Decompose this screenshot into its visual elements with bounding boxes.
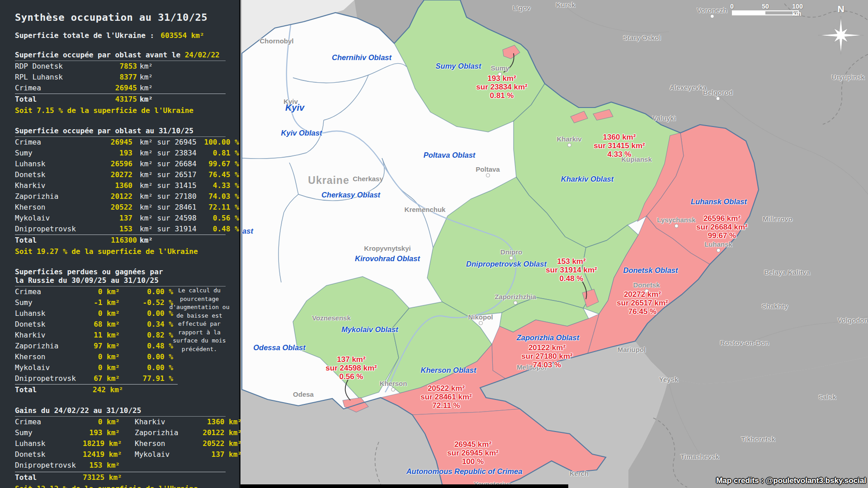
oblast-name: Kherson [15, 202, 91, 213]
oblast-name: Luhansk [15, 159, 91, 169]
gain-value: 137 km² [198, 449, 242, 460]
oblast-name: Kharkiv [135, 417, 198, 427]
total-of: km² sur31914 [132, 224, 197, 235]
occupied-percent: 0.81 % [197, 148, 239, 159]
area-unit: km² [137, 61, 226, 72]
table-row: Dnipropetrovsk 153 km² [15, 460, 135, 471]
delta-value: 97 km² [93, 341, 120, 352]
share-note: Soit 19.27 % de la superficie de l'Ukrai… [15, 246, 226, 257]
oblast-name: Kharkiv [15, 180, 91, 191]
oblast-name: Zaporizhia [15, 341, 93, 352]
total-of: km² sur26945 [132, 137, 197, 148]
occupied-value: 193 [91, 148, 132, 159]
oblast-name: Zaporizhia [15, 191, 91, 202]
delta-value: 11 km² [93, 330, 120, 341]
gain-value: 153 km² [83, 460, 120, 471]
percentage-method-note: Le calcul du pourcentage d'augmentation … [165, 286, 234, 353]
total-of: km² sur23834 [132, 148, 197, 159]
area-value: 8377 [95, 72, 137, 83]
occupied-value: 26596 [91, 159, 132, 169]
section-before-heading: Superficie occupée par oblast avant le 2… [15, 51, 226, 61]
area-unit: km² [137, 83, 226, 94]
occupation-map-dashboard: { "panel": { "title": "Synthèse occupati… [0, 0, 868, 488]
map-credits: Map credits : @pouletvolant3.bsky.social [716, 476, 866, 485]
area-value: 26945 [95, 83, 137, 94]
total-row: Total 242 km² [15, 384, 178, 395]
occupied-value: 20272 [91, 169, 132, 180]
table-row: Crimea 0 km² [15, 417, 135, 427]
total-of: km² sur27180 [132, 191, 197, 202]
delta-value: 0 km² [93, 352, 120, 362]
oblast-name: Donetsk [15, 449, 83, 460]
delta-value: 0 km² [93, 308, 120, 319]
compass: N [814, 0, 868, 59]
gain-value: 12419 km² [83, 449, 120, 460]
oblast-name: Dnipropetrovsk [15, 373, 93, 384]
section-current-occupation: Superficie occupée par oblast au 31/10/2… [15, 127, 226, 257]
scale-bar-fill [733, 11, 765, 14]
scale-tick-50: 50 [762, 3, 769, 10]
occupied-percent: 0.56 % [197, 213, 239, 224]
oblast-name: Luhansk [15, 438, 83, 449]
occupied-percent: 74.03 % [197, 191, 239, 202]
oblast-name: Dnipropetrovsk [15, 224, 91, 235]
oblast-name: Luhansk [15, 308, 93, 319]
table-row: Luhansk 26596 km² sur26684 99.67 % [15, 159, 226, 169]
oblast-name: Sumy [15, 148, 91, 159]
delta-value: 0 km² [93, 286, 120, 297]
scale-bar-track [732, 10, 799, 15]
total-of: km² sur31415 [132, 180, 197, 191]
monthly-heading-line2: la Russie du 30/09/25 au 31/10/25 [15, 276, 226, 286]
oblast-name: Crimea [15, 286, 93, 297]
oblast-name: Dnipropetrovsk [15, 460, 83, 471]
oblast-name: Sumy [15, 297, 93, 308]
total-area-value: 603554 km² [160, 31, 204, 40]
stats-panel: Synthèse occupation au 31/10/25 Superfic… [0, 0, 241, 488]
occupied-value: 26945 [91, 137, 132, 148]
table-row: Sumy 193 km² [15, 427, 135, 438]
oblast-name: RDP Donetsk [15, 61, 95, 72]
table-row: Dnipropetrovsk 67 km² 77.91 % [15, 373, 226, 384]
area-value: 7853 [95, 61, 137, 72]
share-note: Soit 7.15 % de la superficie de l'Ukrain… [15, 105, 226, 116]
delta-value: 68 km² [93, 319, 120, 330]
gains-columns: Crimea 0 km² Sumy 193 km² Luhansk 18219 … [15, 417, 226, 471]
occupied-percent: 72.11 % [197, 202, 239, 213]
panel-title: Synthèse occupation au 31/10/25 [15, 12, 226, 23]
table-row: Dnipropetrovsk 153 km² sur31914 0.48 % [15, 224, 226, 235]
table-row: Mykolaiv 0 km² 0.00 % [15, 362, 226, 373]
area-unit: km² [137, 72, 226, 83]
occupied-value: 20122 [91, 191, 132, 202]
oblast-name: Crimea [15, 137, 91, 148]
oblast-name: Sumy [15, 427, 83, 438]
occupied-value: 20522 [91, 202, 132, 213]
delta-value: 0 km² [93, 362, 120, 373]
table-row: RPL Luhansk 8377 km² [15, 72, 226, 83]
table-row: Donetsk 12419 km² [15, 449, 135, 460]
occupied-percent: 0.48 % [197, 224, 239, 235]
oblast-name: Crimea [15, 417, 83, 427]
heading-date: 24/02/22 [185, 51, 220, 59]
total-row: Total 73125 km² [15, 472, 135, 483]
table-row: Donetsk 20272 km² sur26517 76.45 % [15, 169, 226, 180]
section-before-invasion: Superficie occupée par oblast avant le 2… [15, 51, 226, 116]
table-row: Crimea 26945 km² [15, 83, 226, 94]
total-of: km² sur28461 [132, 202, 197, 213]
oblast-name: Donetsk [15, 319, 93, 330]
table-row: Kharkiv 1360 km² sur31415 4.33 % [15, 180, 226, 191]
table-row: Zaporizhia 20122 km² sur27180 74.03 % [15, 191, 226, 202]
oblast-name: Crimea [15, 83, 95, 94]
total-area-label: Superficie totale de l'Ukraine : [15, 31, 154, 40]
total-area-line: Superficie totale de l'Ukraine :603554 k… [15, 31, 226, 40]
oblast-name: Zaporizhia [135, 427, 198, 438]
occupied-value: 1360 [91, 180, 132, 191]
table-row: Kherson 20522 km² [135, 438, 242, 449]
oblast-name: Kharkiv [15, 330, 93, 341]
occupied-percent: 4.33 % [197, 180, 239, 191]
occupied-percent: 76.45 % [197, 169, 239, 180]
delta-value: 67 km² [93, 373, 120, 384]
gain-value: 1360 km² [198, 417, 242, 427]
gains-heading: Gains du 24/02/22 au 31/10/25 [15, 406, 226, 417]
total-row: Total 116300 km² [15, 235, 226, 246]
gain-value: 193 km² [83, 427, 120, 438]
